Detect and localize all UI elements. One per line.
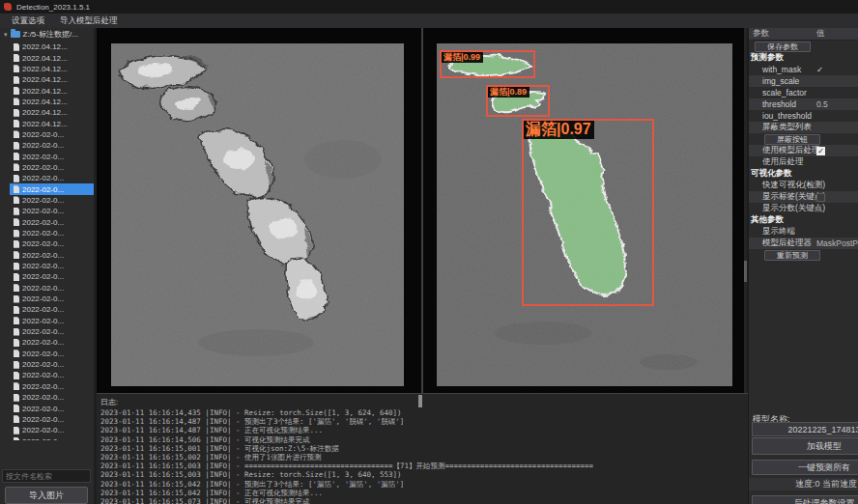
tree-item[interactable]: 2022.04.12...	[10, 118, 94, 128]
tree-item[interactable]: 2022-02-0...	[10, 392, 94, 403]
log-line: 2023-01-11 16:16:14,487 |INFO| - 预测出了3个结…	[97, 417, 748, 426]
predict-all-button[interactable]: 一键预测所有	[752, 460, 858, 475]
file-icon	[14, 361, 19, 369]
postprocess-settings-button[interactable]: 后处理参数设置	[752, 495, 858, 504]
load-model-button[interactable]: 加载模型	[752, 437, 858, 455]
tree-item-label: 2022-02-0...	[22, 338, 64, 347]
menu-item-import-model-postprocess[interactable]: 导入模型后处理	[52, 14, 126, 28]
tree-item[interactable]: 2022-02-0...	[10, 435, 94, 440]
log-line: 2023-01-11 16:16:14,435 |INFO| - Resize:…	[97, 408, 748, 417]
tree-item-label: 2022-02-0...	[22, 196, 64, 205]
param-button[interactable]: 重新预测	[764, 250, 820, 261]
detection-label: 漏箔|0.97	[524, 121, 594, 139]
log-scrollbar[interactable]	[418, 395, 422, 407]
tree-item[interactable]: 2022-02-0...	[10, 316, 94, 326]
param-button-row: 重新预测	[749, 249, 858, 261]
tree-item[interactable]: 2022-02-0...	[10, 217, 94, 228]
speed-status: 速度:0 当前速度	[749, 478, 858, 490]
tree-item-label: 2022-02-0...	[22, 174, 64, 182]
tree-item-label: 2022-02-0...	[22, 251, 64, 260]
tree-item[interactable]: 2022-02-0...	[10, 261, 94, 271]
tree-item[interactable]: 2022-02-0...	[10, 283, 94, 294]
log-panel[interactable]: 日志: 2023-01-11 16:16:14,435 |INFO| - Res…	[97, 393, 748, 504]
tree-item-list: 2022.04.12...2022.04.12...2022.04.12...2…	[0, 42, 94, 440]
check-icon: ✓	[816, 65, 823, 74]
tree-item[interactable]: 2022.04.12...	[10, 74, 94, 85]
search-input[interactable]	[2, 469, 91, 483]
tree-item[interactable]: 2022-02-0...	[10, 271, 94, 282]
tree-item[interactable]: 2022-02-0...	[10, 359, 94, 370]
prediction-image-panel[interactable]: 漏箔|0.99漏箔|0.89漏箔|0.97	[437, 43, 732, 386]
import-images-button[interactable]: 导入图片	[5, 487, 88, 504]
tree-item[interactable]: 2022.04.12...	[10, 97, 94, 107]
tree-item[interactable]: 2022.04.12...	[10, 64, 94, 74]
tree-item[interactable]: 2022.04.12...	[10, 85, 94, 96]
tree-item[interactable]: 2022-02-0...	[10, 425, 94, 435]
file-icon	[14, 130, 19, 138]
file-icon	[14, 284, 19, 292]
tree-item[interactable]: 2022.04.12...	[10, 42, 94, 52]
param-row[interactable]: 模型后处理器MaskPostPro	[749, 238, 858, 249]
param-row[interactable]: scale_factor	[749, 87, 858, 98]
tree-item[interactable]: 2022-02-0...	[10, 228, 94, 238]
tree-item[interactable]: 2022-02-0...	[10, 403, 94, 413]
tree-item[interactable]: 2022-02-0...	[10, 238, 94, 249]
file-icon	[14, 54, 19, 62]
log-line: 2023-01-11 16:16:15,001 |INFO| - 可视化json…	[97, 444, 748, 453]
param-row[interactable]: 使用后处理	[749, 156, 858, 168]
parameters-panel: 参数 值 保存参数预测参数with_mask✓img_scalescale_fa…	[748, 28, 858, 504]
param-label: iou_threshold	[762, 111, 812, 121]
log-line: 2023-01-11 16:16:15,003 |INFO| - =======…	[97, 462, 748, 470]
original-image-panel[interactable]	[111, 43, 404, 386]
model-name-field[interactable]: 20221225_174813	[752, 422, 858, 436]
file-icon	[14, 175, 19, 182]
tree-item[interactable]: 2022-02-0...	[10, 349, 94, 359]
tree-item[interactable]: 2022-02-0...	[10, 250, 94, 261]
param-checkbox[interactable]: ✓	[816, 147, 825, 155]
param-value: 0.5	[816, 99, 828, 109]
tree-item[interactable]: 2022-02-0...	[10, 162, 94, 173]
param-row[interactable]: threshold0.5	[749, 98, 858, 110]
param-row[interactable]: with_mask✓	[749, 64, 858, 75]
file-icon	[14, 218, 19, 226]
tree-item[interactable]: 2022-02-0...	[10, 337, 94, 348]
tree-root-label: Z:/5-标注数据/...	[23, 29, 78, 40]
param-row[interactable]: 屏蔽类型列表	[749, 122, 858, 133]
tree-item[interactable]: 2022-02-0...	[10, 370, 94, 380]
param-label: threshold	[762, 99, 796, 109]
tree-item-label: 2022.04.12...	[22, 87, 68, 96]
tree-item[interactable]: 2022-02-0...	[10, 414, 94, 425]
tree-item[interactable]: 2022-02-0...	[10, 294, 94, 304]
tree-item[interactable]: 2022-02-0...	[10, 151, 94, 161]
param-row[interactable]: 显示标签(关键点)	[749, 191, 858, 203]
param-row[interactable]: img_scale	[749, 75, 858, 87]
tree-item[interactable]: 2022-02-0...	[10, 304, 94, 315]
param-checkbox[interactable]	[816, 193, 825, 202]
param-row[interactable]: 快速可视化(检测)	[749, 180, 858, 191]
detection-label: 漏箔|0.99	[442, 52, 483, 63]
file-icon	[14, 142, 19, 150]
param-button[interactable]: 保存参数	[755, 42, 811, 52]
params-scrollbar-thumb[interactable]	[744, 261, 747, 282]
file-icon	[14, 230, 19, 238]
param-row[interactable]: 使用模型后处理✓	[749, 145, 858, 156]
tree-item[interactable]: 2022-02-0...	[10, 195, 94, 206]
tree-item[interactable]: 2022-02-0...	[10, 129, 94, 140]
tree-item[interactable]: 2022-02-0...	[10, 206, 94, 216]
tree-item-label: 2022.04.12...	[22, 42, 68, 51]
tree-item[interactable]: 2022-02-0...	[10, 173, 94, 183]
params-scrollbar-track[interactable]	[744, 28, 747, 393]
tree-item[interactable]: 2022-02-0...	[10, 140, 94, 151]
log-line: 2023-01-11 16:16:15,002 |INFO| - 使用了1张图片…	[97, 453, 748, 462]
param-row[interactable]: 显示终端	[749, 226, 858, 238]
tree-item[interactable]: 2022-02-0...	[10, 326, 94, 337]
tree-root-folder[interactable]: ▾ Z:/5-标注数据/...	[0, 28, 94, 41]
param-row[interactable]: 显示分数(关键点)	[749, 203, 858, 214]
tree-item[interactable]: 2022-02-0...	[10, 183, 94, 194]
tree-item[interactable]: 2022.04.12...	[10, 52, 94, 63]
param-row[interactable]: iou_threshold	[749, 110, 858, 122]
tree-item[interactable]: 2022-02-0...	[10, 381, 94, 392]
param-button[interactable]: 屏蔽按钮	[764, 134, 820, 145]
tree-item[interactable]: 2022.04.12...	[10, 107, 94, 118]
menu-item-settings[interactable]: 设置选项	[4, 14, 52, 28]
